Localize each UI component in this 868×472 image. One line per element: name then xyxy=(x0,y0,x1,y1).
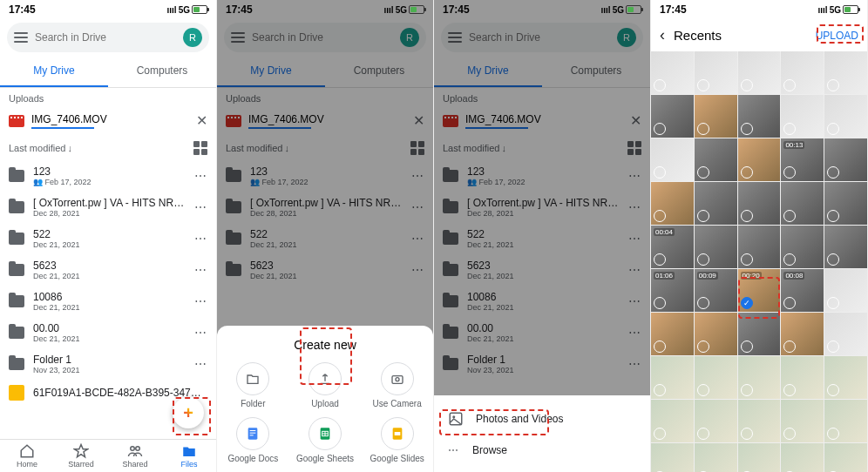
search-input[interactable] xyxy=(35,31,176,44)
status-right: ıııl 5G xyxy=(167,5,207,15)
thumb[interactable] xyxy=(824,269,867,312)
folder-icon xyxy=(9,170,24,182)
cancel-upload-button[interactable]: ✕ xyxy=(196,112,207,129)
create-docs[interactable]: Google Docs xyxy=(217,417,289,463)
thumb[interactable] xyxy=(824,443,867,472)
thumb[interactable] xyxy=(738,95,781,138)
more-icon[interactable]: ⋯ xyxy=(194,200,207,214)
thumb[interactable] xyxy=(651,182,694,225)
create-fab[interactable]: + xyxy=(173,397,204,428)
folder-item[interactable]: 5623Dec 21, 2021⋯ xyxy=(0,254,216,286)
upload-row: IMG_7406.MOV ✕ xyxy=(0,105,216,136)
more-icon[interactable]: ⋯ xyxy=(194,357,207,371)
thumb[interactable] xyxy=(695,443,737,472)
thumb[interactable] xyxy=(695,51,737,94)
thumb[interactable] xyxy=(738,356,781,399)
folder-item[interactable]: 10086Dec 21, 2021⋯ xyxy=(0,286,216,317)
photo-grid: 00:13 00:04 01:06 00:09 00:20 00:08 xyxy=(651,51,867,472)
upload-button[interactable]: UPLOAD xyxy=(816,30,858,42)
photo-picker-panel: 17:45ıııl5G ‹ Recents UPLOAD 00:13 00:04… xyxy=(651,0,868,472)
upload-icon xyxy=(318,372,332,386)
thumb[interactable] xyxy=(738,443,781,472)
thumb[interactable] xyxy=(824,356,867,399)
menu-photos-videos[interactable]: Photos and Videos xyxy=(434,402,650,435)
thumb[interactable] xyxy=(695,138,737,181)
svg-point-15 xyxy=(452,415,455,418)
tab-computers[interactable]: Computers xyxy=(108,56,216,87)
thumb[interactable] xyxy=(695,400,737,442)
nav-home[interactable]: Home xyxy=(0,443,54,469)
sort-row: Last modified ↓ xyxy=(0,136,216,160)
folder-item[interactable]: 123👥 Feb 17, 2022⋯ xyxy=(0,160,216,192)
thumb[interactable] xyxy=(695,313,737,355)
create-sheet: Create new Folder Upload Use Camera Goog… xyxy=(217,326,433,472)
view-toggle-icon[interactable] xyxy=(193,141,207,155)
folder-item[interactable]: [ OxTorrent.pw ] VA - HITS NRJ DU MOMENT… xyxy=(0,192,216,223)
more-icon[interactable]: ⋯ xyxy=(194,263,207,277)
thumb[interactable]: 01:06 xyxy=(651,269,694,312)
uploads-label: Uploads xyxy=(0,88,216,105)
thumb[interactable] xyxy=(651,400,694,442)
nav-shared[interactable]: Shared xyxy=(108,443,162,469)
create-slides[interactable]: Google Slides xyxy=(361,417,433,463)
thumb[interactable] xyxy=(738,51,781,94)
thumb[interactable] xyxy=(651,138,694,181)
thumb[interactable] xyxy=(781,356,824,399)
nav-starred[interactable]: Starred xyxy=(54,443,108,469)
tab-mydrive[interactable]: My Drive xyxy=(0,56,108,87)
back-button[interactable]: ‹ xyxy=(660,26,665,44)
thumb[interactable] xyxy=(695,182,737,225)
more-icon[interactable]: ⋯ xyxy=(194,169,207,183)
upload-filename: IMG_7406.MOV xyxy=(31,113,189,129)
more-icon[interactable]: ⋯ xyxy=(194,294,207,308)
thumb[interactable] xyxy=(651,313,694,355)
thumb[interactable] xyxy=(651,95,694,138)
thumb[interactable] xyxy=(651,356,694,399)
thumb[interactable] xyxy=(824,95,867,138)
thumb[interactable] xyxy=(651,51,694,94)
thumb[interactable] xyxy=(738,182,781,225)
thumb[interactable] xyxy=(824,138,867,181)
folder-item[interactable]: 522Dec 21, 2021⋯ xyxy=(0,223,216,254)
create-upload[interactable]: Upload xyxy=(289,362,362,408)
thumb[interactable] xyxy=(781,182,824,225)
folder-item[interactable]: 00.00Dec 21, 2021⋯ xyxy=(0,317,216,348)
thumb[interactable] xyxy=(695,95,737,138)
create-sheets[interactable]: Google Sheets xyxy=(289,417,362,463)
thumb[interactable] xyxy=(781,400,824,442)
thumb[interactable] xyxy=(824,400,867,442)
thumb[interactable]: 00:04 xyxy=(651,226,694,268)
menu-icon[interactable] xyxy=(14,32,28,43)
thumb[interactable] xyxy=(824,182,867,225)
thumb[interactable] xyxy=(781,51,824,94)
thumb[interactable] xyxy=(824,226,867,268)
thumb[interactable] xyxy=(824,51,867,94)
thumb[interactable]: 00:13 xyxy=(781,138,824,181)
create-camera[interactable]: Use Camera xyxy=(361,362,433,408)
thumb[interactable] xyxy=(738,226,781,268)
create-folder[interactable]: Folder xyxy=(217,362,289,408)
battery-icon xyxy=(192,5,207,14)
nav-files[interactable]: Files xyxy=(162,443,216,469)
thumb[interactable] xyxy=(781,95,824,138)
thumb[interactable] xyxy=(651,443,694,472)
thumb[interactable] xyxy=(695,226,737,268)
thumb[interactable]: 00:08 xyxy=(781,269,824,312)
thumb-selected[interactable]: 00:20 xyxy=(738,269,781,312)
account-avatar[interactable]: R xyxy=(183,28,202,47)
thumb[interactable] xyxy=(738,313,781,355)
folder-item[interactable]: Folder 1Nov 23, 2021⋯ xyxy=(0,348,216,380)
thumb[interactable] xyxy=(695,356,737,399)
menu-browse[interactable]: ⋯Browse xyxy=(434,435,650,465)
sort-button[interactable]: Last modified ↓ xyxy=(9,143,72,153)
thumb[interactable] xyxy=(824,313,867,355)
thumb[interactable] xyxy=(781,443,824,472)
search-bar[interactable]: R xyxy=(7,23,209,52)
thumb[interactable]: 00:09 xyxy=(695,269,737,312)
thumb[interactable] xyxy=(738,400,781,442)
thumb[interactable] xyxy=(781,226,824,268)
more-icon[interactable]: ⋯ xyxy=(194,326,207,340)
thumb[interactable] xyxy=(738,138,781,181)
more-icon[interactable]: ⋯ xyxy=(194,232,207,246)
thumb[interactable] xyxy=(781,313,824,355)
